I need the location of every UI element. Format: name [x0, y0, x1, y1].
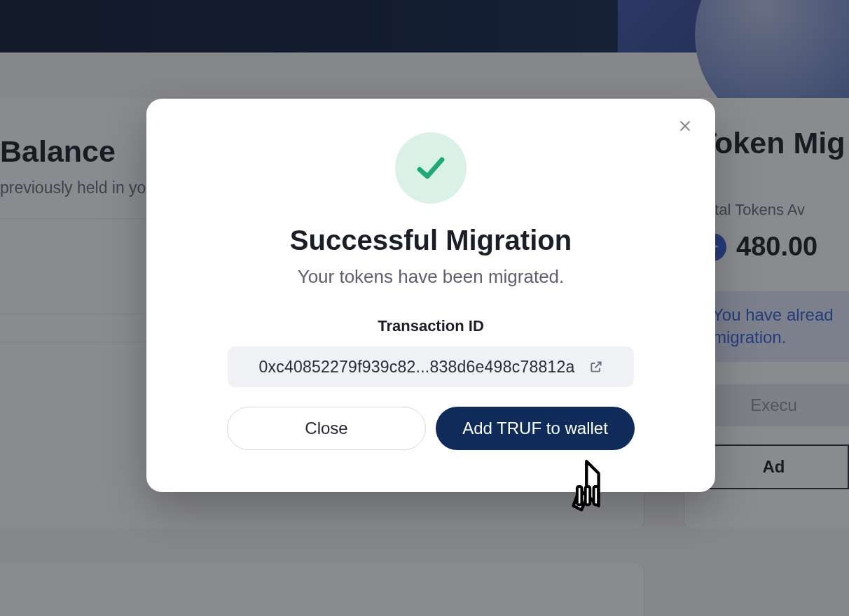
transaction-id-label: Transaction ID	[378, 317, 484, 335]
transaction-id-box[interactable]: 0xc40852279f939c82...838d6e498c78812a	[228, 346, 634, 387]
modal-title: Successful Migration	[290, 225, 572, 256]
add-truf-to-wallet-button[interactable]: Add TRUF to wallet	[436, 407, 635, 450]
external-link-icon	[589, 360, 603, 374]
close-button[interactable]: Close	[227, 407, 426, 450]
transaction-id-value: 0xc40852279f939c82...838d6e498c78812a	[258, 358, 574, 377]
close-icon	[678, 119, 692, 133]
modal-subtitle: Your tokens have been migrated.	[298, 266, 565, 288]
successful-migration-modal: Successful Migration Your tokens have be…	[146, 99, 715, 492]
modal-button-row: Close Add TRUF to wallet	[227, 407, 635, 450]
success-check-icon	[395, 132, 467, 204]
close-icon-button[interactable]	[675, 115, 696, 136]
